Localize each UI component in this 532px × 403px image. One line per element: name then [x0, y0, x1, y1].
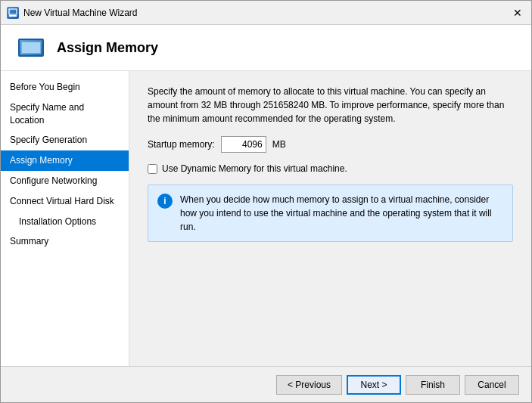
- previous-button[interactable]: < Previous: [276, 375, 342, 395]
- main-content: Specify the amount of memory to allocate…: [129, 71, 531, 366]
- sidebar-item-before-you-begin[interactable]: Before You Begin: [1, 77, 129, 98]
- title-bar-left: New Virtual Machine Wizard: [7, 7, 138, 19]
- info-text: When you decide how much memory to assig…: [180, 193, 503, 234]
- memory-unit: MB: [272, 139, 286, 150]
- sidebar-item-specify-generation[interactable]: Specify Generation: [1, 130, 129, 150]
- window-icon: [7, 7, 19, 19]
- wizard-window: New Virtual Machine Wizard ✕ Assign Memo…: [0, 0, 532, 403]
- page-title: Assign Memory: [57, 40, 158, 56]
- header-icon: [16, 36, 46, 60]
- content-area: Before You BeginSpecify Name and Locatio…: [1, 71, 531, 366]
- description-text: Specify the amount of memory to allocate…: [148, 85, 513, 126]
- finish-button[interactable]: Finish: [406, 375, 460, 395]
- title-bar: New Virtual Machine Wizard ✕: [1, 1, 531, 25]
- svg-rect-1: [9, 15, 17, 17]
- next-button[interactable]: Next >: [347, 375, 401, 395]
- page-header: Assign Memory: [1, 25, 531, 71]
- sidebar: Before You BeginSpecify Name and Locatio…: [1, 71, 129, 366]
- svg-rect-0: [9, 9, 17, 14]
- info-icon: i: [157, 194, 173, 209]
- close-button[interactable]: ✕: [510, 5, 525, 20]
- dynamic-memory-row: Use Dynamic Memory for this virtual mach…: [148, 163, 513, 174]
- cancel-button[interactable]: Cancel: [465, 375, 519, 395]
- window-title: New Virtual Machine Wizard: [23, 8, 138, 18]
- memory-row: Startup memory: MB: [148, 136, 513, 153]
- memory-input[interactable]: [221, 136, 266, 153]
- dynamic-memory-label[interactable]: Use Dynamic Memory for this virtual mach…: [162, 163, 347, 174]
- sidebar-item-assign-memory[interactable]: Assign Memory: [1, 150, 129, 171]
- sidebar-item-configure-networking[interactable]: Configure Networking: [1, 171, 129, 191]
- sidebar-item-installation-options[interactable]: Installation Options: [1, 212, 129, 232]
- dynamic-memory-checkbox[interactable]: [148, 164, 157, 174]
- memory-label: Startup memory:: [148, 139, 215, 150]
- footer: < Previous Next > Finish Cancel: [1, 366, 531, 402]
- info-box: i When you decide how much memory to ass…: [148, 184, 513, 242]
- sidebar-item-specify-name-and-location[interactable]: Specify Name and Location: [1, 98, 129, 131]
- sidebar-item-connect-virtual-hard-disk[interactable]: Connect Virtual Hard Disk: [1, 191, 129, 212]
- sidebar-item-summary[interactable]: Summary: [1, 231, 129, 252]
